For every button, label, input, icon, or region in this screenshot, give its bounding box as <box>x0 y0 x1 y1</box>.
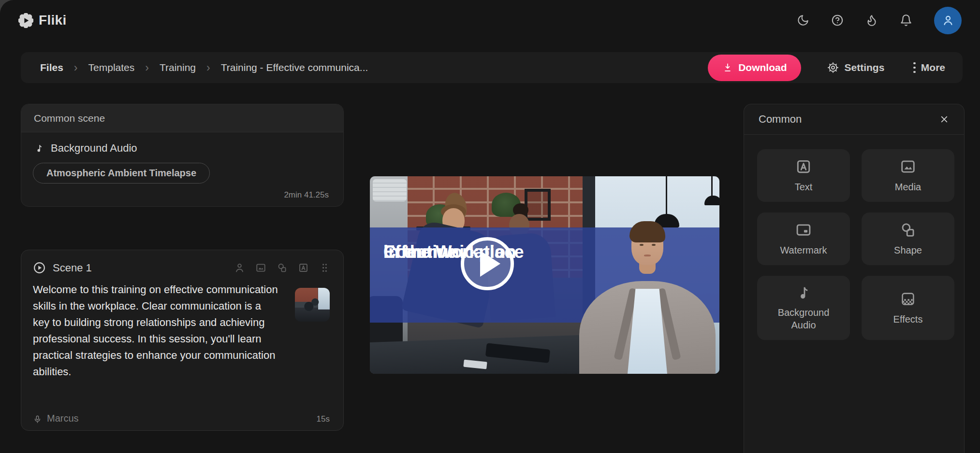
breadcrumb-separator: › <box>206 62 210 73</box>
panel-tiles: Text Media Watermark Shape <box>744 135 964 340</box>
music-note-icon <box>795 284 812 301</box>
music-note-icon <box>34 143 44 153</box>
tile-media[interactable]: Media <box>862 149 954 202</box>
tile-watermark[interactable]: Watermark <box>757 212 850 265</box>
presenter-face <box>644 255 651 256</box>
settings-label: Settings <box>844 62 884 73</box>
tile-label: Effects <box>893 313 923 326</box>
shape-icon[interactable] <box>277 262 288 273</box>
scene-lamp-cord <box>666 176 667 215</box>
presenter-face <box>639 241 644 242</box>
top-bar: Fliki <box>0 0 980 41</box>
tile-label: Text <box>795 181 813 193</box>
drag-grid-icon[interactable] <box>319 262 330 273</box>
background-audio-label: Background Audio <box>51 142 137 155</box>
scene-presenter <box>575 223 719 374</box>
close-icon[interactable] <box>939 114 950 125</box>
breadcrumb-current-project[interactable]: Training - Effective communica... <box>221 62 368 73</box>
tile-shape[interactable]: Shape <box>862 212 954 265</box>
brand-logo[interactable]: Fliki <box>18 13 67 28</box>
presenter-face <box>640 244 644 246</box>
common-scene-card: Common scene Background Audio Atmospheri… <box>21 104 344 207</box>
scene-action-icons <box>234 262 330 273</box>
tile-label: Background Audio <box>774 306 833 331</box>
notifications-bell-icon[interactable] <box>900 14 912 27</box>
media-icon[interactable] <box>255 262 266 273</box>
download-button[interactable]: Download <box>708 55 801 81</box>
audio-duration: 2min 41.25s <box>284 190 329 200</box>
presenter-face <box>652 244 656 246</box>
play-triangle-icon <box>480 251 500 277</box>
shape-icon <box>899 221 917 239</box>
scene-1-card[interactable]: Scene 1 <box>21 250 344 431</box>
presenter-hair <box>629 221 665 242</box>
dark-mode-icon[interactable] <box>797 14 809 27</box>
settings-button[interactable]: Settings <box>824 61 887 74</box>
breadcrumb-files[interactable]: Files <box>40 62 63 73</box>
watermark-icon <box>795 221 812 239</box>
fliki-app-window: Fliki <box>0 0 980 453</box>
tile-label: Watermark <box>780 244 827 256</box>
media-icon <box>899 158 917 175</box>
scene-lamp-cord <box>711 176 713 197</box>
text-icon[interactable] <box>298 262 309 273</box>
common-scene-header: Common scene <box>21 104 343 132</box>
panel-title: Common <box>759 113 802 126</box>
avatar-icon[interactable] <box>234 262 245 273</box>
scene-shelf-frame <box>525 189 551 221</box>
tile-text[interactable]: Text <box>757 149 850 202</box>
presenter-face <box>651 241 657 242</box>
breadcrumb-separator: › <box>74 62 78 73</box>
effects-icon <box>899 290 917 308</box>
play-circle-icon[interactable] <box>33 261 46 274</box>
fliki-logo-icon <box>18 13 33 28</box>
scene-1-header: Scene 1 <box>21 250 343 274</box>
account-avatar[interactable] <box>934 7 962 34</box>
brand-name: Fliki <box>39 13 67 28</box>
scene-duration: 15s <box>317 414 330 424</box>
kebab-menu-icon <box>913 62 916 73</box>
project-toolbar: Files › Templates › Training › Training … <box>21 52 963 83</box>
download-icon <box>722 62 733 73</box>
breadcrumb-templates[interactable]: Templates <box>88 62 135 73</box>
scene-ac-unit <box>373 179 407 201</box>
scene-1-script[interactable]: Welcome to this training on effective co… <box>33 282 278 380</box>
more-button[interactable]: More <box>910 61 948 74</box>
top-bar-actions <box>797 7 962 34</box>
gear-icon <box>827 62 839 73</box>
scene-1-thumbnail[interactable] <box>295 288 330 322</box>
video-preview: Effective Communication in the Workplace <box>370 176 719 374</box>
scene-1-title: Scene 1 <box>53 262 92 274</box>
tile-label: Media <box>895 181 921 193</box>
panel-header: Common <box>744 104 964 135</box>
play-button[interactable] <box>461 237 514 290</box>
common-scene-title: Common scene <box>34 113 105 124</box>
person-icon <box>941 14 955 27</box>
common-elements-panel: Common Text Media Wat <box>744 104 965 453</box>
tile-background-audio[interactable]: Background Audio <box>757 276 850 340</box>
breadcrumb-training[interactable]: Training <box>160 62 196 73</box>
tile-label: Shape <box>894 244 922 256</box>
toolbar-actions: Download Settings More <box>708 55 948 81</box>
streak-flame-icon[interactable] <box>865 14 878 27</box>
audio-track-chip[interactable]: Atmospheric Ambient Timelapse <box>33 163 210 184</box>
text-icon <box>795 158 812 175</box>
help-icon[interactable] <box>831 14 844 27</box>
breadcrumb: Files › Templates › Training › Training … <box>40 62 368 73</box>
tile-effects[interactable]: Effects <box>862 276 954 340</box>
more-label: More <box>921 62 945 73</box>
voice-name: Marcus <box>47 413 79 424</box>
download-label: Download <box>738 62 787 73</box>
scene-1-footer: Marcus 15s <box>33 413 330 424</box>
background-audio-row: Background Audio <box>34 142 331 155</box>
breadcrumb-separator: › <box>145 62 149 73</box>
microphone-icon <box>33 415 42 424</box>
